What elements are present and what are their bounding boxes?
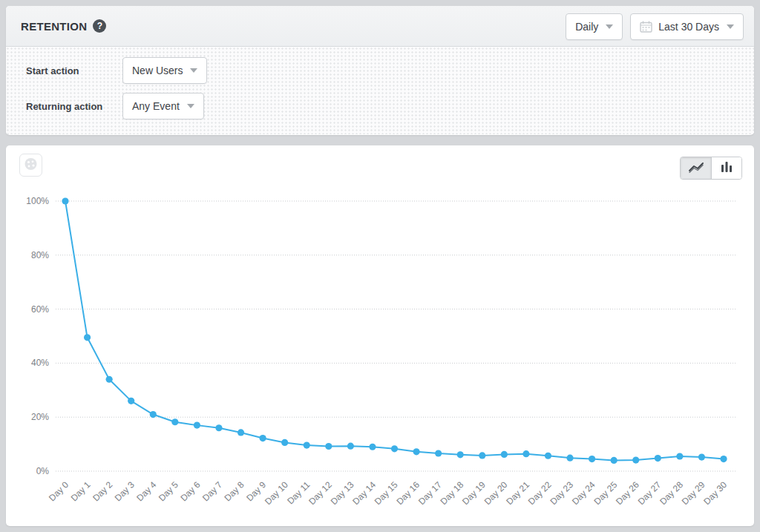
data-point[interactable] [325, 443, 332, 450]
data-point[interactable] [215, 424, 222, 431]
x-axis-label: Day 0 [47, 479, 71, 503]
date-range-dropdown-value: Last 30 Days [658, 21, 719, 33]
x-axis-label: Day 22 [526, 479, 554, 507]
y-axis-label: 40% [31, 358, 49, 368]
start-action-label: Start action [26, 65, 122, 76]
x-axis-label: Day 6 [178, 479, 202, 503]
interval-dropdown-value: Daily [575, 21, 598, 33]
data-point[interactable] [106, 376, 113, 383]
x-axis-label: Day 28 [658, 479, 685, 507]
data-point[interactable] [347, 443, 354, 450]
start-action-value: New Users [132, 65, 183, 76]
bar-chart-icon [720, 161, 733, 175]
data-point[interactable] [501, 451, 508, 458]
data-point[interactable] [611, 457, 618, 464]
x-axis-label: Day 12 [307, 479, 334, 507]
line-chart-icon [688, 161, 704, 176]
returning-action-row: Returning action Any Event [26, 93, 754, 119]
data-point[interactable] [391, 445, 398, 452]
x-axis-label: Day 16 [394, 479, 422, 507]
help-icon[interactable]: ? [93, 19, 106, 33]
x-axis-label: Day 8 [223, 479, 246, 503]
report-header: RETENTION ? Daily [6, 6, 754, 47]
x-axis-label: Day 5 [157, 479, 180, 503]
x-axis-label: Day 2 [91, 479, 114, 503]
chevron-down-icon [187, 104, 194, 108]
data-point[interactable] [632, 456, 639, 463]
chevron-down-icon [190, 68, 197, 73]
interval-dropdown[interactable]: Daily [566, 13, 623, 40]
x-axis-label: Day 13 [329, 479, 356, 507]
y-axis-label: 0% [36, 466, 50, 476]
start-action-dropdown[interactable]: New Users [122, 57, 207, 84]
palette-icon [24, 157, 38, 174]
x-axis-label: Day 29 [680, 479, 707, 507]
returning-action-dropdown[interactable]: Any Event [122, 93, 204, 119]
chart-view-toggle [680, 157, 742, 180]
report-panel: RETENTION ? Daily [6, 6, 754, 135]
header-controls: Daily Last 30 Days [566, 13, 744, 40]
x-axis-label: Day 11 [285, 479, 312, 506]
calendar-icon [640, 21, 652, 33]
data-point[interactable] [479, 452, 485, 459]
data-point[interactable] [194, 422, 200, 429]
x-axis-label: Day 27 [636, 479, 664, 507]
data-point[interactable] [281, 439, 288, 446]
y-axis-label: 20% [31, 412, 49, 422]
data-point[interactable] [655, 455, 661, 462]
y-axis-label: 60% [31, 304, 49, 315]
x-axis-label: Day 25 [592, 479, 619, 507]
data-point[interactable] [522, 450, 529, 457]
data-point[interactable] [589, 456, 595, 462]
x-axis-label: Day 23 [548, 479, 575, 507]
chevron-down-icon [606, 24, 613, 29]
data-point[interactable] [457, 451, 464, 458]
x-axis-label: Day 19 [460, 479, 488, 507]
x-axis-label: Day 30 [701, 479, 729, 507]
chart-panel: 0%20%40%60%80%100%Day 0Day 1Day 2Day 3Da… [6, 145, 754, 526]
line-view-button[interactable] [681, 157, 711, 179]
y-axis-label: 100% [26, 196, 49, 206]
data-point[interactable] [698, 453, 705, 460]
data-point[interactable] [84, 334, 91, 341]
retention-line-chart: 0%20%40%60%80%100%Day 0Day 1Day 2Day 3Da… [6, 186, 754, 526]
returning-action-label: Returning action [26, 101, 122, 112]
data-point[interactable] [545, 453, 551, 459]
date-range-dropdown[interactable]: Last 30 Days [630, 13, 744, 40]
x-axis-label: Day 7 [200, 479, 224, 503]
x-axis-label: Day 21 [504, 479, 531, 507]
data-point[interactable] [676, 453, 683, 459]
x-axis-label: Day 20 [482, 479, 510, 507]
data-point[interactable] [260, 435, 266, 441]
x-axis-label: Day 14 [350, 479, 378, 507]
x-axis-label: Day 18 [439, 479, 466, 507]
x-axis-label: Day 4 [134, 479, 158, 503]
data-point[interactable] [304, 441, 310, 448]
returning-action-value: Any Event [132, 100, 180, 112]
x-axis-label: Day 17 [416, 479, 444, 507]
x-axis-label: Day 24 [570, 479, 597, 507]
x-axis-label: Day 15 [373, 479, 400, 507]
page-title: RETENTION [21, 20, 87, 33]
data-point[interactable] [720, 456, 727, 462]
x-axis-label: Day 1 [69, 479, 93, 503]
data-point[interactable] [62, 197, 68, 204]
bar-view-button[interactable] [711, 157, 741, 179]
data-point[interactable] [238, 429, 244, 436]
data-point[interactable] [369, 444, 376, 450]
x-axis-label: Day 26 [614, 479, 641, 507]
data-point[interactable] [128, 398, 134, 404]
start-action-row: Start action New Users [26, 57, 754, 84]
y-axis-label: 80% [31, 250, 49, 260]
chart-options-button[interactable] [19, 154, 42, 177]
chevron-down-icon [727, 24, 734, 29]
x-axis-label: Day 3 [113, 479, 137, 503]
filters-section: Start action New Users Returning action … [6, 47, 754, 134]
x-axis-label: Day 10 [263, 479, 290, 507]
data-point[interactable] [150, 411, 157, 418]
data-point[interactable] [435, 450, 442, 456]
data-point[interactable] [566, 455, 573, 462]
data-point[interactable] [171, 418, 178, 425]
retention-line [65, 201, 724, 460]
data-point[interactable] [413, 448, 419, 455]
